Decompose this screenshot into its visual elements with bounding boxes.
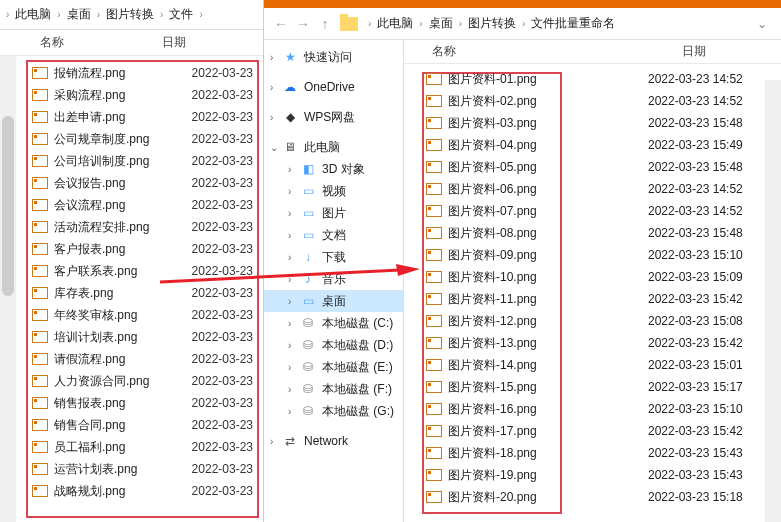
tree-quick-access[interactable]: ›★快速访问	[264, 46, 403, 68]
image-file-icon	[32, 199, 48, 211]
file-name: 会议流程.png	[54, 197, 192, 214]
right-scrollbar[interactable]	[765, 80, 781, 522]
tree-drive-c[interactable]: ›⛁本地磁盘 (C:)	[264, 312, 403, 334]
file-row[interactable]: 销售报表.png2022-03-23	[28, 392, 257, 414]
file-date: 2022-03-23 15:48	[628, 116, 743, 130]
tree-downloads[interactable]: ›↓下载	[264, 246, 403, 268]
file-row[interactable]: 图片资料-20.png2022-03-23 15:18	[404, 486, 781, 508]
file-row[interactable]: 库存表.png2022-03-23	[28, 282, 257, 304]
breadcrumb-item[interactable]: 图片转换	[464, 15, 520, 32]
chevron-right-icon: ›	[457, 18, 464, 29]
file-row[interactable]: 图片资料-06.png2022-03-23 14:52	[404, 178, 781, 200]
file-row[interactable]: 图片资料-15.png2022-03-23 15:17	[404, 376, 781, 398]
file-row[interactable]: 培训计划表.png2022-03-23	[28, 326, 257, 348]
left-file-list: 报销流程.png2022-03-23采购流程.png2022-03-23出差申请…	[26, 60, 259, 518]
file-date: 2022-03-23 15:48	[628, 226, 743, 240]
file-row[interactable]: 图片资料-10.png2022-03-23 15:09	[404, 266, 781, 288]
breadcrumb-item[interactable]: 文件批量重命名	[527, 15, 619, 32]
file-row[interactable]: 运营计划表.png2022-03-23	[28, 458, 257, 480]
file-row[interactable]: 图片资料-08.png2022-03-23 15:48	[404, 222, 781, 244]
tree-desktop[interactable]: ›▭桌面	[264, 290, 403, 312]
breadcrumb-item[interactable]: 桌面	[425, 15, 457, 32]
file-name: 人力资源合同.png	[54, 373, 192, 390]
breadcrumb-item[interactable]: 文件	[165, 6, 197, 23]
file-row[interactable]: 图片资料-12.png2022-03-23 15:08	[404, 310, 781, 332]
cloud-icon: ☁	[282, 80, 298, 94]
file-row[interactable]: 请假流程.png2022-03-23	[28, 348, 257, 370]
file-row[interactable]: 图片资料-04.png2022-03-23 15:49	[404, 134, 781, 156]
image-file-icon	[32, 441, 48, 453]
file-row[interactable]: 图片资料-05.png2022-03-23 15:48	[404, 156, 781, 178]
file-name: 销售报表.png	[54, 395, 192, 412]
file-row[interactable]: 图片资料-03.png2022-03-23 15:48	[404, 112, 781, 134]
video-icon: ▭	[300, 184, 316, 198]
file-row[interactable]: 销售合同.png2022-03-23	[28, 414, 257, 436]
tree-network[interactable]: ›⇄Network	[264, 430, 403, 452]
file-row[interactable]: 报销流程.png2022-03-23	[28, 62, 257, 84]
file-row[interactable]: 图片资料-16.png2022-03-23 15:10	[404, 398, 781, 420]
file-row[interactable]: 活动流程安排.png2022-03-23	[28, 216, 257, 238]
tree-drive-e[interactable]: ›⛁本地磁盘 (E:)	[264, 356, 403, 378]
desktop-icon: ▭	[300, 294, 316, 308]
file-row[interactable]: 员工福利.png2022-03-23	[28, 436, 257, 458]
file-row[interactable]: 图片资料-14.png2022-03-23 15:01	[404, 354, 781, 376]
file-row[interactable]: 客户报表.png2022-03-23	[28, 238, 257, 260]
left-scroll-thumb[interactable]	[2, 116, 14, 296]
file-date: 2022-03-23	[192, 396, 257, 410]
file-row[interactable]: 图片资料-18.png2022-03-23 15:43	[404, 442, 781, 464]
file-row[interactable]: 公司培训制度.png2022-03-23	[28, 150, 257, 172]
column-date-header[interactable]: 日期	[622, 43, 716, 60]
file-row[interactable]: 图片资料-13.png2022-03-23 15:42	[404, 332, 781, 354]
breadcrumb-item[interactable]: 图片转换	[102, 6, 158, 23]
file-row[interactable]: 图片资料-11.png2022-03-23 15:42	[404, 288, 781, 310]
nav-forward-icon[interactable]: →	[292, 16, 314, 32]
breadcrumb-item[interactable]: 桌面	[63, 6, 95, 23]
file-name: 公司规章制度.png	[54, 131, 192, 148]
breadcrumb-item[interactable]: 此电脑	[11, 6, 55, 23]
file-row[interactable]: 出差申请.png2022-03-23	[28, 106, 257, 128]
image-file-icon	[426, 271, 442, 283]
file-row[interactable]: 图片资料-02.png2022-03-23 14:52	[404, 90, 781, 112]
file-row[interactable]: 采购流程.png2022-03-23	[28, 84, 257, 106]
image-file-icon	[426, 117, 442, 129]
left-scrollbar[interactable]	[0, 56, 16, 522]
file-row[interactable]: 人力资源合同.png2022-03-23	[28, 370, 257, 392]
tree-this-pc[interactable]: ⌄🖥此电脑	[264, 136, 403, 158]
file-row[interactable]: 图片资料-09.png2022-03-23 15:10	[404, 244, 781, 266]
tree-drive-g[interactable]: ›⛁本地磁盘 (G:)	[264, 400, 403, 422]
right-file-list: 名称 日期 图片资料-01.png2022-03-23 14:52图片资料-02…	[404, 40, 781, 522]
tree-music[interactable]: ›♪音乐	[264, 268, 403, 290]
tree-drive-f[interactable]: ›⛁本地磁盘 (F:)	[264, 378, 403, 400]
file-row[interactable]: 图片资料-17.png2022-03-23 15:42	[404, 420, 781, 442]
file-name: 图片资料-12.png	[448, 313, 628, 330]
file-name: 图片资料-11.png	[448, 291, 628, 308]
image-file-icon	[32, 331, 48, 343]
nav-back-icon[interactable]: ←	[270, 16, 292, 32]
file-row[interactable]: 图片资料-19.png2022-03-23 15:43	[404, 464, 781, 486]
column-name-header[interactable]: 名称	[404, 43, 622, 60]
file-row[interactable]: 战略规划.png2022-03-23	[28, 480, 257, 502]
column-name-header[interactable]: 名称	[0, 34, 152, 51]
file-row[interactable]: 图片资料-01.png2022-03-23 14:52	[404, 68, 781, 90]
file-row[interactable]: 公司规章制度.png2022-03-23	[28, 128, 257, 150]
file-row[interactable]: 会议报告.png2022-03-23	[28, 172, 257, 194]
file-row[interactable]: 会议流程.png2022-03-23	[28, 194, 257, 216]
file-date: 2022-03-23	[192, 198, 257, 212]
file-row[interactable]: 图片资料-07.png2022-03-23 14:52	[404, 200, 781, 222]
nav-up-icon[interactable]: ↑	[314, 16, 336, 32]
tree-onedrive[interactable]: ›☁OneDrive	[264, 76, 403, 98]
breadcrumb-item[interactable]: 此电脑	[373, 15, 417, 32]
file-row[interactable]: 客户联系表.png2022-03-23	[28, 260, 257, 282]
tree-pictures[interactable]: ›▭图片	[264, 202, 403, 224]
file-name: 图片资料-13.png	[448, 335, 628, 352]
file-row[interactable]: 年终奖审核.png2022-03-23	[28, 304, 257, 326]
refresh-dropdown-icon[interactable]: ⌄	[749, 17, 775, 31]
column-date-header[interactable]: 日期	[152, 34, 196, 51]
tree-3d-objects[interactable]: ›◧3D 对象	[264, 158, 403, 180]
image-file-icon	[426, 315, 442, 327]
file-date: 2022-03-23	[192, 220, 257, 234]
tree-drive-d[interactable]: ›⛁本地磁盘 (D:)	[264, 334, 403, 356]
tree-videos[interactable]: ›▭视频	[264, 180, 403, 202]
tree-wps[interactable]: ›◆WPS网盘	[264, 106, 403, 128]
tree-documents[interactable]: ›▭文档	[264, 224, 403, 246]
